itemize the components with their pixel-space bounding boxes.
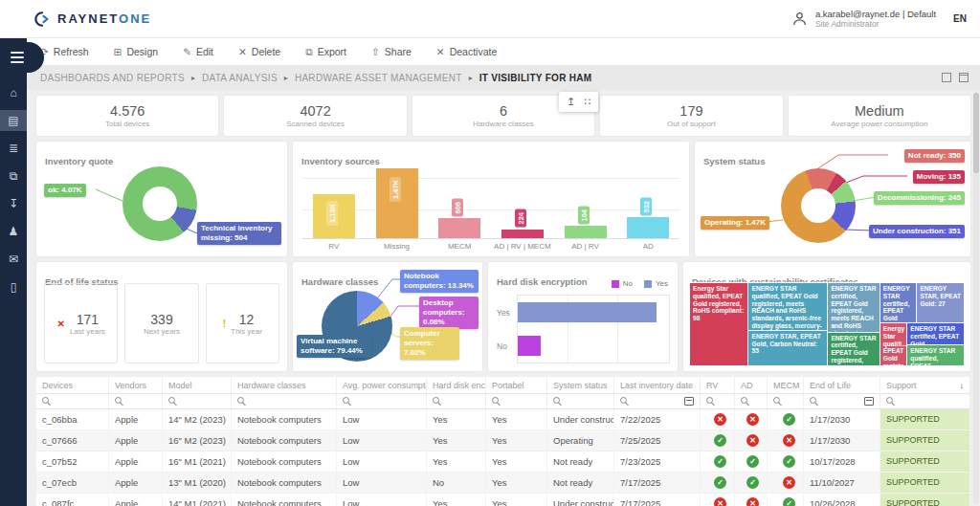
- calendar-icon[interactable]: [684, 397, 694, 406]
- sidebar-item-documents[interactable]: ▯: [0, 276, 27, 297]
- cell-last-inventory-date: 7/25/2025: [614, 430, 701, 451]
- kpi-card-average-power-consumption[interactable]: MediumAverage power consumption: [789, 96, 970, 136]
- cell-mecm: ✕: [768, 430, 804, 451]
- cell-end-of-life: 10/26/2028: [804, 494, 880, 506]
- user-email: a.karabel@raynet.de | Default: [815, 9, 936, 19]
- cell-system-status: Under constructi...: [547, 409, 614, 429]
- hardware-classes-card[interactable]: Hardware classes Notebook computers: 13.…: [293, 262, 482, 371]
- kpi-card-out-of-support[interactable]: 179Out of support: [600, 96, 782, 136]
- filter-hard-disk-encryp[interactable]: [427, 394, 486, 408]
- filter-devices[interactable]: [36, 394, 109, 408]
- treemap-cell[interactable]: Energy Star qualified, EPEAT Gold regist…: [690, 283, 748, 365]
- user-account-area[interactable]: a.karabel@raynet.de | Default Site Admin…: [791, 9, 967, 29]
- sidebar-item-user-management[interactable]: ♟: [0, 221, 27, 242]
- breadcrumb-item-it-visibility-for-ham[interactable]: IT VISIBILITY FOR HAM: [479, 73, 592, 83]
- column-header-mecm[interactable]: MECM: [768, 377, 804, 393]
- vertical-scrollbar[interactable]: [973, 92, 979, 504]
- filter-mecm[interactable]: [768, 394, 804, 408]
- charts-row-1: Inventory quote ok: 4.07K Technical inve…: [36, 142, 970, 256]
- filter-hardware-classes[interactable]: [232, 394, 337, 408]
- table-row[interactable]: c_07b52Apple16" M1 (2021)Notebook comput…: [36, 451, 970, 473]
- menu-toggle-button[interactable]: [0, 42, 44, 73]
- table-row[interactable]: c_07666Apple16" M2 (2023)Notebook comput…: [36, 430, 970, 451]
- treemap-cell[interactable]: ENERGY STAR qualified, EPEAT...: [907, 345, 964, 365]
- toolbar-design-button[interactable]: ⊞Design: [114, 46, 159, 57]
- cell-hard-disk-encryp: Yes: [427, 430, 486, 451]
- sidebar-item-connections[interactable]: ⧉: [0, 165, 27, 187]
- treemap-cell[interactable]: ENERGY STAR, EPEAT Gold: 27: [917, 283, 964, 323]
- breadcrumb-item-hardware-asset-management[interactable]: HARDWARE ASSET MANAGEMENT: [295, 73, 462, 83]
- sort-descending-icon[interactable]: ↓: [960, 381, 965, 390]
- filter-rv[interactable]: [701, 394, 735, 408]
- sidebar-item-dashboards[interactable]: ▤: [0, 110, 27, 131]
- column-header-system-status[interactable]: System status: [547, 377, 614, 393]
- column-header-vendors[interactable]: Vendors: [109, 377, 163, 393]
- filter-last-inventory-date[interactable]: [614, 394, 701, 408]
- column-header-devices[interactable]: Devices: [36, 377, 109, 393]
- column-header-support[interactable]: Support↓: [880, 377, 970, 393]
- support-badge: SUPPORTED: [880, 409, 969, 429]
- breadcrumb-item-data-analysis[interactable]: DATA ANALYSIS: [202, 73, 278, 83]
- table-row[interactable]: c_07ecbApple13" M1 (2020)Notebook comput…: [36, 473, 970, 494]
- sidebar-item-messages[interactable]: ✉: [0, 249, 27, 270]
- column-header-end-of-life[interactable]: End of Life: [804, 377, 880, 393]
- column-header-rv[interactable]: RV: [701, 377, 735, 393]
- toolbar-label: Export: [318, 46, 346, 57]
- toolbar-refresh-button[interactable]: ⟳Refresh: [40, 46, 89, 57]
- hard-disk-encryption-card[interactable]: Hard disk encryption NoYes YesNo: [488, 262, 678, 371]
- table-row[interactable]: c_06bbaApple14" M2 (2023)Notebook comput…: [36, 409, 970, 430]
- bar-value-label: 104: [578, 207, 590, 225]
- chart-title: Hardware classes: [301, 276, 378, 287]
- column-header-last-inventory-date[interactable]: Last inventory date: [614, 377, 701, 393]
- sidebar-item-lists[interactable]: ≣: [0, 138, 27, 159]
- toolbar-deactivate-button[interactable]: ✕Deactivate: [436, 46, 497, 57]
- filter-portabel[interactable]: [486, 394, 547, 408]
- toolbar-edit-button[interactable]: ✎Edit: [183, 46, 213, 57]
- filter-model[interactable]: [163, 394, 232, 408]
- treemap-cell[interactable]: ENERGY STAR certified, EPEAT Gold regist…: [828, 283, 880, 333]
- fullscreen-icon[interactable]: [942, 73, 951, 82]
- treemap-cell[interactable]: ENERGY STAR certified, EPEAT Gold regist…: [907, 323, 964, 345]
- treemap-cell[interactable]: ENERGY STAR qualified, EPEAT Gold regist…: [748, 283, 828, 331]
- filter-support[interactable]: [880, 394, 970, 408]
- filter-system-status[interactable]: [547, 394, 614, 408]
- sidebar-item-home[interactable]: ⌂: [0, 82, 27, 103]
- filter-avg-power-consumption[interactable]: [337, 394, 427, 408]
- calendar-icon[interactable]: [864, 397, 874, 406]
- end-of-life-status-card[interactable]: End of life status ✕171Last years339Next…: [36, 262, 287, 371]
- inventory-sources-card[interactable]: Inventory sources 1.13K1.47K606224104532…: [293, 142, 689, 256]
- toolbar-share-button[interactable]: ⇧Share: [371, 46, 412, 57]
- kpi-value: 4.576: [110, 103, 145, 119]
- breadcrumb-item-dashboards-and-reports[interactable]: DASHBOARDS AND REPORTS: [40, 73, 185, 83]
- toolbar-export-button[interactable]: ⧉Export: [305, 46, 346, 58]
- share-icon[interactable]: ↥: [567, 96, 575, 108]
- data-label-notebook-computers: Notebook computers: 13.34%: [400, 270, 479, 293]
- column-header-hardware-classes[interactable]: Hardware classes: [232, 377, 337, 393]
- kpi-card-scanned-devices[interactable]: 4072Scanned devices: [224, 96, 406, 136]
- column-header-label: Portabel: [492, 381, 524, 390]
- filter-end-of-life[interactable]: [804, 394, 880, 408]
- inventory-quote-card[interactable]: Inventory quote ok: 4.07K Technical inve…: [36, 142, 287, 256]
- treemap-cell[interactable]: ENERGY STAR certified, EPEAT Gold regist…: [880, 283, 918, 323]
- treemap-cell[interactable]: ENERGY STAR, EPEAT Gold, Carbon Neutral:…: [748, 331, 828, 365]
- treemap-cell[interactable]: ENERGY STAR certified, EPEAT Gold regist…: [828, 333, 880, 365]
- filter-vendors[interactable]: [109, 394, 163, 408]
- treemap-cell[interactable]: Energy Star qualifi... EPEAT Gold regist…: [880, 323, 908, 365]
- toolbar-delete-button[interactable]: ✕Delete: [238, 46, 280, 57]
- column-header-hard-disk-encryp[interactable]: Hard disk encryp...: [427, 377, 486, 393]
- scrollbar-thumb[interactable]: [973, 93, 979, 173]
- language-selector[interactable]: EN: [953, 13, 967, 24]
- filter-ad[interactable]: [735, 394, 768, 408]
- column-header-model[interactable]: Model: [163, 377, 232, 393]
- kpi-card-total-devices[interactable]: 4.576Total devices: [36, 96, 218, 136]
- table-header-row: DevicesVendorsModelHardware classesAvg. …: [36, 377, 970, 394]
- sidebar-item-downloads[interactable]: ↧: [0, 193, 27, 214]
- table-row[interactable]: c_087fcApple14" M1 (2021)Notebook comput…: [36, 494, 970, 506]
- window-icon[interactable]: [959, 73, 969, 82]
- column-header-portabel[interactable]: Portabel: [486, 377, 547, 393]
- column-header-avg-power-consumption[interactable]: Avg. power consumption: [337, 377, 427, 393]
- sustainability-certificates-card[interactable]: Devices with sustainability certificates…: [683, 262, 970, 371]
- system-status-card[interactable]: System status Operating: 1.47K Not ready…: [695, 142, 970, 256]
- column-header-ad[interactable]: AD: [735, 377, 768, 393]
- more-options-icon[interactable]: ∷: [584, 96, 590, 108]
